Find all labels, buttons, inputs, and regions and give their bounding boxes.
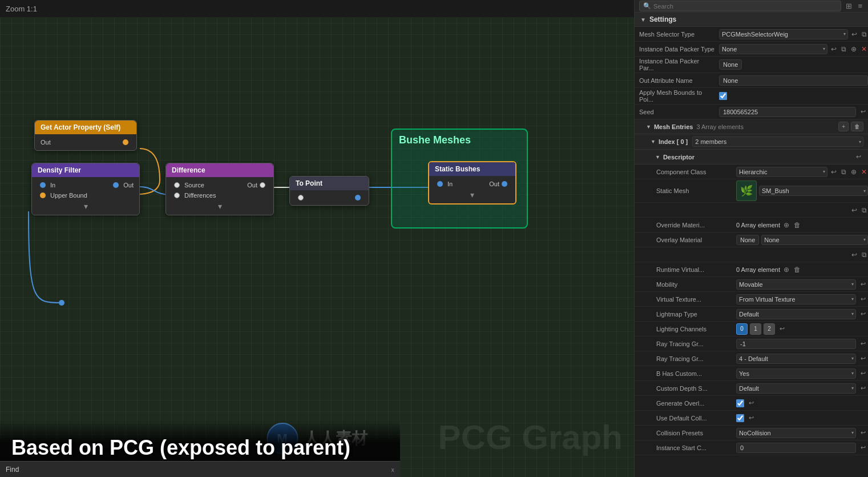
instance-type-reset[interactable]: ↩: [830, 45, 838, 53]
overlay-mat-select[interactable]: None: [761, 235, 868, 245]
list-view-icon[interactable]: ≡: [857, 1, 863, 11]
mesh-selector-reset-icon[interactable]: ↩: [850, 30, 858, 38]
prop-mobility: Mobility Movable ▾ ↩: [635, 277, 868, 292]
index-select[interactable]: 2 members: [692, 137, 863, 147]
virtual-texture-select[interactable]: From Virtual Texture: [736, 294, 856, 304]
overlay-copy[interactable]: ⧉: [861, 251, 868, 259]
static-mesh-copy[interactable]: ⧉: [861, 206, 868, 214]
instance-start-c-label: Instance Start C...: [652, 444, 736, 451]
collision-presets-select-wrapper: NoCollision ▾: [736, 428, 856, 438]
collision-presets-select[interactable]: NoCollision: [736, 428, 856, 438]
component-class-remove[interactable]: ✕: [860, 168, 868, 176]
lighting-channels-reset[interactable]: ↩: [777, 324, 787, 334]
search-bar[interactable]: 🔍: [639, 1, 841, 11]
settings-arrow: ▼: [640, 17, 646, 23]
node-static-bushes[interactable]: Static Bushes In Out ▾: [428, 161, 516, 205]
component-class-reset[interactable]: ↩: [830, 168, 838, 176]
mobility-label: Mobility: [652, 281, 736, 288]
mesh-entries-section[interactable]: ▼ Mesh Entries 3 Array elements + 🗑: [635, 119, 868, 134]
prop-instance-packer-type: Instance Data Packer Type None ▾ ↩ ⧉ ⊕ ✕: [635, 42, 868, 57]
virtual-texture-reset[interactable]: ↩: [858, 294, 868, 304]
channel-2-btn[interactable]: 2: [764, 323, 775, 335]
index-title: Index [ 0 ]: [659, 138, 688, 145]
component-class-select[interactable]: Hierarchic: [736, 167, 827, 177]
prop-out-attribute: Out Attribute Name: [635, 73, 868, 88]
node-density-filter[interactable]: Density Filter In Out Upper Bound ▾: [31, 163, 140, 215]
seed-label: Seed: [635, 109, 719, 115]
component-class-copy[interactable]: ⧉: [840, 168, 847, 176]
graph-area[interactable]: Zoom 1:1 Get Actor Property (Self) Out: [0, 0, 634, 477]
generate-overl-reset[interactable]: ↩: [746, 398, 756, 408]
node-get-actor[interactable]: Get Actor Property (Self) Out: [34, 120, 137, 151]
override-mat-delete[interactable]: 🗑: [793, 221, 802, 229]
panel-content[interactable]: ▼ Settings Mesh Selector Type PCGMeshSel…: [635, 13, 868, 477]
seed-value: ↩: [719, 107, 868, 117]
mesh-index-header[interactable]: ▼ Index [ 0 ] 2 members ▾: [635, 134, 868, 150]
static-in-dot: [437, 181, 443, 187]
find-input[interactable]: [23, 466, 391, 474]
prop-virtual-texture: Virtual Texture... From Virtual Texture …: [635, 292, 868, 307]
prop-override-material: Override Materi... 0 Array element ⊕ 🗑: [635, 218, 868, 233]
static-mesh-select[interactable]: SM_Bush: [759, 186, 868, 196]
static-mesh-reset[interactable]: ↩: [850, 206, 858, 214]
node-difference[interactable]: Difference Source Out Differences ▾: [165, 163, 274, 215]
mesh-entries-add[interactable]: +: [838, 122, 849, 131]
instance-start-c-reset[interactable]: ↩: [858, 443, 868, 452]
mobility-reset[interactable]: ↩: [858, 279, 868, 289]
ray-tracing-1-reset[interactable]: ↩: [858, 339, 868, 348]
ray-tracing-2-select[interactable]: 4 - Default: [736, 354, 856, 364]
out-attr-input[interactable]: [719, 75, 868, 86]
node-to-point[interactable]: To Point: [289, 176, 369, 206]
prop-ray-tracing-1: Ray Tracing Gr... ↩: [635, 336, 868, 351]
channel-1-btn[interactable]: 1: [750, 323, 761, 335]
seed-reset[interactable]: ↩: [858, 107, 868, 117]
apply-mesh-checkbox[interactable]: [719, 92, 727, 100]
static-bushes-pins: In Out: [429, 179, 515, 189]
mesh-selector-select[interactable]: PCGMeshSelectorWeig: [719, 29, 848, 39]
instance-type-add[interactable]: ⊕: [850, 45, 858, 53]
custom-depth-select[interactable]: Default: [736, 383, 856, 394]
mesh-entries-title: Mesh Entries: [654, 123, 693, 130]
descriptor-reset[interactable]: ↩: [854, 152, 863, 162]
node-get-actor-body: Out: [35, 134, 136, 150]
node-density-body: In Out Upper Bound ▾: [32, 177, 139, 215]
instance-packer-par-label: Instance Data Packer Par...: [635, 58, 719, 71]
ray-tracing-2-reset[interactable]: ↩: [858, 354, 868, 363]
mesh-selector-copy-icon[interactable]: ⧉: [861, 30, 868, 38]
lightmap-reset[interactable]: ↩: [858, 309, 868, 319]
instance-packer-type-select[interactable]: None: [719, 44, 827, 54]
runtime-virtual-add[interactable]: ⊕: [782, 266, 790, 274]
collision-presets-reset[interactable]: ↩: [858, 428, 868, 438]
instance-type-copy[interactable]: ⧉: [840, 45, 847, 53]
find-close-button[interactable]: x: [391, 466, 395, 473]
grid-view-icon[interactable]: ⊞: [845, 1, 853, 11]
descriptor-title: Descriptor: [663, 154, 695, 161]
settings-section-header[interactable]: ▼ Settings: [635, 13, 868, 27]
source-pin-dot: [174, 182, 180, 188]
b-has-custom-select[interactable]: Yes: [736, 368, 856, 379]
instance-type-remove[interactable]: ✕: [860, 45, 868, 53]
channel-0-btn[interactable]: 0: [736, 323, 748, 335]
descriptor-header[interactable]: ▼ Descriptor ↩: [635, 150, 868, 165]
runtime-virtual-delete[interactable]: 🗑: [793, 266, 802, 274]
seed-input[interactable]: [719, 107, 856, 117]
override-mat-count: 0 Array element: [736, 222, 780, 229]
generate-overl-checkbox[interactable]: [736, 399, 744, 407]
node-difference-body: Source Out Differences ▾: [166, 177, 273, 215]
search-input[interactable]: [653, 3, 837, 10]
b-has-custom-select-wrapper: Yes ▾: [736, 368, 856, 379]
mobility-select[interactable]: Movable: [736, 279, 856, 290]
use-default-coll-checkbox[interactable]: [736, 414, 744, 422]
instance-start-c-input[interactable]: [736, 443, 856, 453]
override-mat-add[interactable]: ⊕: [782, 221, 790, 229]
prop-generate-overl: Generate Overl... ↩: [635, 396, 868, 411]
b-has-custom-reset[interactable]: ↩: [858, 368, 868, 378]
mesh-entries-delete[interactable]: 🗑: [851, 122, 863, 131]
overlay-reset[interactable]: ↩: [850, 251, 858, 259]
use-default-coll-reset[interactable]: ↩: [746, 413, 756, 423]
component-class-add[interactable]: ⊕: [850, 168, 858, 176]
runtime-virtual-count: 0 Array element: [736, 266, 780, 273]
lightmap-select[interactable]: Default: [736, 309, 856, 319]
ray-tracing-1-input[interactable]: [736, 339, 856, 349]
custom-depth-reset[interactable]: ↩: [858, 383, 868, 393]
